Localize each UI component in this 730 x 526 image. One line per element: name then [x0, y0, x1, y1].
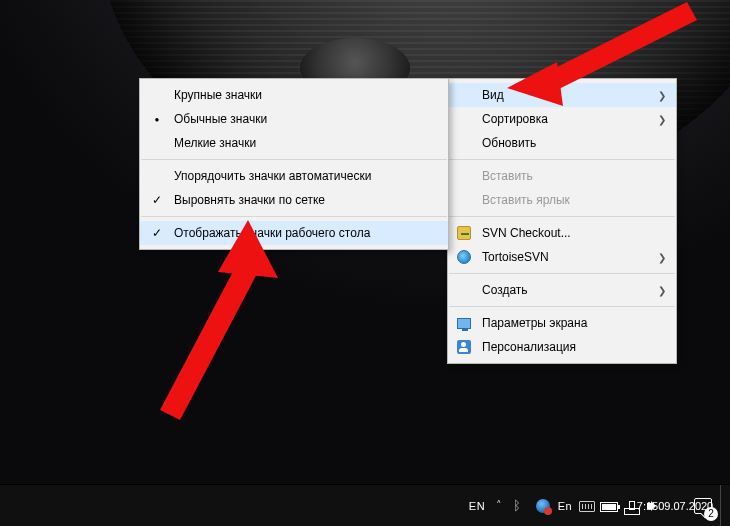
language-code: EN: [469, 500, 485, 512]
menu-item-sort[interactable]: Сортировка ❯: [448, 107, 676, 131]
system-tray: EN ˄ ᛒ En 7:15 09.07.2020: [466, 485, 726, 526]
battery-indicator[interactable]: [598, 485, 620, 527]
menu-item-label: SVN Checkout...: [482, 226, 571, 240]
menu-item-label: Создать: [482, 283, 528, 297]
tortoisesvn-icon: [456, 249, 472, 265]
chevron-up-icon: ˄: [496, 499, 502, 512]
menu-item-label: Обновить: [482, 136, 536, 150]
menu-item-label: Мелкие значки: [174, 136, 256, 150]
menu-item-label: Персонализация: [482, 340, 576, 354]
submenu-item-align-to-grid[interactable]: ✓ Выровнять значки по сетке: [140, 188, 448, 212]
notification-badge: 2: [704, 507, 718, 521]
keyboard-icon: [579, 501, 595, 512]
chevron-right-icon: ❯: [658, 285, 666, 296]
menu-item-label: Крупные значки: [174, 88, 262, 102]
menu-separator: [449, 306, 675, 307]
menu-item-tortoisesvn[interactable]: TortoiseSVN ❯: [448, 245, 676, 269]
menu-separator: [449, 159, 675, 160]
chevron-right-icon: ❯: [658, 90, 666, 101]
show-desktop-button[interactable]: [720, 485, 726, 527]
menu-item-new[interactable]: Создать ❯: [448, 278, 676, 302]
menu-item-label: TortoiseSVN: [482, 250, 549, 264]
desktop-context-menu: Вид ❯ Сортировка ❯ Обновить Вставить Вст…: [447, 78, 677, 364]
submenu-item-show-desktop-icons[interactable]: ✓ Отображать значки рабочего стола: [140, 221, 448, 245]
submenu-item-auto-arrange[interactable]: Упорядочить значки автоматически: [140, 164, 448, 188]
personalize-icon: [456, 339, 472, 355]
view-submenu: Крупные значки ● Обычные значки Мелкие з…: [139, 78, 449, 250]
tray-app-icon[interactable]: [532, 485, 554, 527]
battery-icon: [600, 502, 618, 512]
submenu-item-medium-icons[interactable]: ● Обычные значки: [140, 107, 448, 131]
menu-item-refresh[interactable]: Обновить: [448, 131, 676, 155]
taskbar: EN ˄ ᛒ En 7:15 09.07.2020: [0, 484, 730, 526]
clock[interactable]: 7:15 09.07.2020: [664, 485, 686, 527]
menu-item-paste: Вставить: [448, 164, 676, 188]
submenu-item-large-icons[interactable]: Крупные значки: [140, 83, 448, 107]
menu-item-label: Вид: [482, 88, 504, 102]
radio-selected-icon: ●: [150, 115, 164, 124]
svn-checkout-icon: [456, 225, 472, 241]
menu-item-view[interactable]: Вид ❯: [448, 83, 676, 107]
volume-icon: [645, 498, 661, 514]
touch-keyboard-button[interactable]: [576, 485, 598, 527]
submenu-item-small-icons[interactable]: Мелкие значки: [140, 131, 448, 155]
volume-indicator[interactable]: [642, 485, 664, 527]
menu-separator: [449, 273, 675, 274]
language-indicator[interactable]: EN: [466, 485, 488, 527]
menu-item-paste-shortcut: Вставить ярлык: [448, 188, 676, 212]
tray-bluetooth[interactable]: ᛒ: [510, 485, 532, 527]
menu-item-label: Выровнять значки по сетке: [174, 193, 325, 207]
check-icon: ✓: [150, 226, 164, 240]
menu-item-label: Сортировка: [482, 112, 548, 126]
chevron-right-icon: ❯: [658, 252, 666, 263]
globe-icon: [536, 499, 550, 513]
menu-separator: [449, 216, 675, 217]
check-icon: ✓: [150, 193, 164, 207]
menu-item-display-settings[interactable]: Параметры экрана: [448, 311, 676, 335]
menu-item-label: Обычные значки: [174, 112, 267, 126]
input-code: En: [558, 500, 572, 512]
menu-separator: [141, 216, 447, 217]
menu-item-label: Упорядочить значки автоматически: [174, 169, 371, 183]
menu-item-label: Вставить ярлык: [482, 193, 570, 207]
menu-item-label: Параметры экрана: [482, 316, 587, 330]
menu-item-label: Вставить: [482, 169, 533, 183]
menu-item-label: Отображать значки рабочего стола: [174, 226, 370, 240]
menu-item-personalize[interactable]: Персонализация: [448, 335, 676, 359]
input-method-indicator[interactable]: En: [554, 485, 576, 527]
bluetooth-icon: ᛒ: [513, 498, 529, 514]
network-indicator[interactable]: [620, 485, 642, 527]
tray-overflow-button[interactable]: ˄: [488, 485, 510, 527]
display-icon: [456, 315, 472, 331]
chevron-right-icon: ❯: [658, 114, 666, 125]
action-center-button[interactable]: 2: [686, 485, 720, 527]
network-icon: [623, 498, 639, 514]
menu-item-svn-checkout[interactable]: SVN Checkout...: [448, 221, 676, 245]
menu-separator: [141, 159, 447, 160]
